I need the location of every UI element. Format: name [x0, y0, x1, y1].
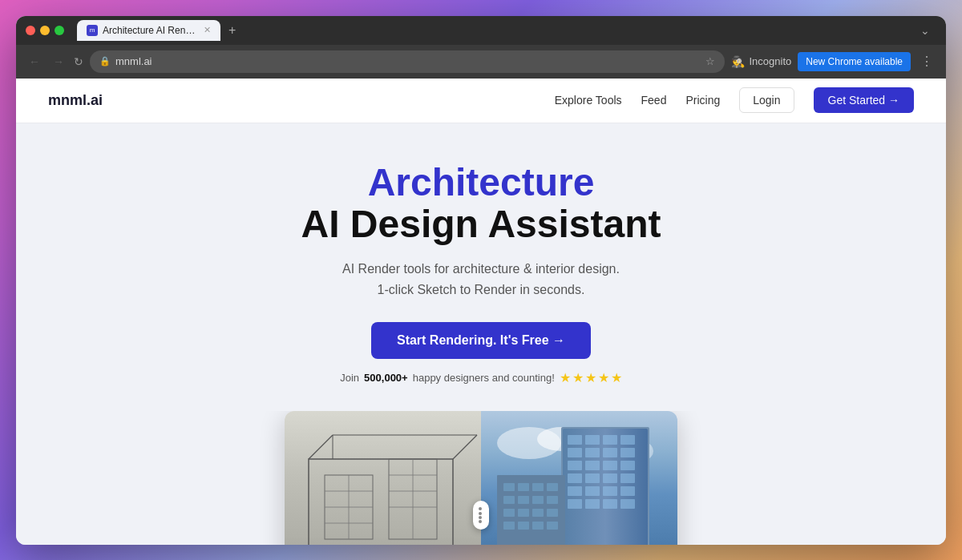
social-proof-prefix: Join	[340, 372, 359, 384]
svg-rect-59	[547, 509, 558, 517]
svg-rect-34	[620, 461, 635, 470]
star-1: ★	[560, 370, 571, 385]
divider-inner	[479, 507, 483, 523]
svg-rect-24	[585, 435, 600, 445]
svg-rect-28	[585, 448, 600, 457]
svg-rect-30	[620, 448, 635, 457]
nav-explore-tools[interactable]: Explore Tools	[555, 94, 622, 107]
nav-links: Explore Tools Feed Pricing Login Get Sta…	[555, 87, 914, 113]
window-controls-right: ⌄	[914, 21, 936, 40]
svg-rect-36	[585, 473, 600, 483]
svg-rect-63	[547, 522, 558, 530]
svg-rect-35	[568, 473, 582, 483]
social-proof-count: 500,000+	[364, 372, 408, 384]
preview-container	[16, 411, 946, 544]
active-tab[interactable]: m Architecture AI Render tools ✕	[77, 20, 220, 41]
social-proof: Join 500,000+ happy designers and counti…	[340, 370, 622, 385]
svg-rect-56	[503, 509, 515, 517]
hero-cta-button[interactable]: Start Rendering. It's Free →	[371, 322, 591, 359]
hero-subtitle-line1: AI Render tools for architecture & inter…	[342, 262, 620, 276]
get-started-button[interactable]: Get Started →	[814, 87, 914, 113]
star-4: ★	[598, 370, 609, 385]
svg-rect-41	[603, 486, 617, 496]
tab-close-icon[interactable]: ✕	[204, 25, 211, 35]
svg-rect-53	[518, 496, 529, 504]
svg-rect-50	[532, 483, 544, 491]
svg-rect-31	[568, 461, 582, 470]
svg-rect-26	[620, 435, 635, 445]
svg-rect-42	[620, 486, 635, 496]
hero-title-blue: Architecture	[368, 162, 595, 204]
render-side	[481, 411, 677, 544]
login-button[interactable]: Login	[739, 87, 794, 113]
svg-rect-44	[585, 499, 600, 509]
svg-rect-52	[503, 496, 515, 504]
site-logo[interactable]: mnml.ai	[48, 92, 103, 109]
new-chrome-button[interactable]: New Chrome available	[798, 52, 911, 71]
svg-rect-48	[503, 483, 515, 491]
svg-rect-33	[603, 461, 617, 470]
new-tab-button[interactable]: +	[224, 23, 240, 38]
svg-rect-45	[603, 499, 617, 509]
tab-title: Architecture AI Render tools	[103, 25, 199, 36]
svg-rect-43	[568, 499, 582, 509]
svg-rect-0	[309, 459, 453, 544]
titlebar: m Architecture AI Render tools ✕ + ⌄	[16, 16, 946, 45]
tab-area: m Architecture AI Render tools ✕ +	[77, 20, 907, 41]
svg-rect-51	[547, 483, 558, 491]
hero-title-black: AI Design Assistant	[301, 203, 661, 246]
svg-rect-32	[585, 461, 600, 470]
svg-rect-27	[568, 448, 582, 457]
preview-image	[285, 411, 677, 544]
address-bar[interactable]: 🔒 mnml.ai ☆	[90, 50, 725, 73]
svg-rect-49	[518, 483, 529, 491]
svg-rect-46	[620, 499, 635, 509]
window-expand-icon[interactable]: ⌄	[914, 21, 936, 40]
browser-menu-icon[interactable]: ⋮	[917, 50, 936, 72]
divider-dot-1	[479, 507, 482, 510]
svg-line-3	[309, 435, 333, 459]
svg-rect-25	[603, 435, 617, 445]
nav-feed[interactable]: Feed	[641, 94, 667, 107]
svg-rect-37	[603, 473, 617, 483]
sketch-side	[285, 411, 481, 544]
star-rating: ★ ★ ★ ★ ★	[560, 370, 622, 385]
site-nav: mnml.ai Explore Tools Feed Pricing Login…	[16, 79, 946, 123]
svg-rect-38	[620, 473, 635, 483]
star-5: ★	[611, 370, 622, 385]
maximize-button[interactable]	[55, 26, 64, 35]
bookmark-star-icon[interactable]: ☆	[705, 55, 715, 67]
security-lock-icon: 🔒	[99, 56, 111, 66]
reload-button[interactable]: ↻	[74, 55, 83, 68]
svg-rect-29	[603, 448, 617, 457]
image-divider-handle[interactable]	[473, 501, 489, 530]
nav-pricing[interactable]: Pricing	[685, 94, 720, 107]
incognito-area: 🕵 Incognito	[731, 55, 792, 68]
svg-rect-58	[532, 509, 544, 517]
browser-window: m Architecture AI Render tools ✕ + ⌄ ← →…	[16, 16, 946, 545]
forward-button[interactable]: →	[50, 52, 67, 71]
incognito-label: Incognito	[750, 55, 792, 67]
svg-rect-40	[585, 486, 600, 496]
svg-rect-61	[518, 522, 529, 530]
svg-rect-57	[518, 509, 529, 517]
star-2: ★	[572, 370, 584, 385]
incognito-icon: 🕵	[731, 55, 745, 68]
svg-rect-60	[503, 522, 515, 530]
address-text: mnml.ai	[115, 55, 701, 67]
svg-line-4	[453, 435, 477, 459]
svg-rect-55	[547, 496, 558, 504]
hero-subtitle: AI Render tools for architecture & inter…	[342, 259, 620, 300]
hero-section: Architecture AI Design Assistant AI Rend…	[16, 123, 946, 412]
svg-rect-54	[532, 496, 544, 504]
minimize-button[interactable]	[40, 26, 50, 35]
addressbar: ← → ↻ 🔒 mnml.ai ☆ 🕵 Incognito New Chrome…	[16, 45, 946, 79]
star-3: ★	[585, 370, 596, 385]
divider-dot-3	[479, 516, 482, 519]
back-button[interactable]: ←	[26, 52, 43, 71]
divider-dot-4	[479, 520, 482, 523]
tab-favicon: m	[87, 25, 98, 36]
svg-rect-62	[532, 522, 544, 530]
close-button[interactable]	[26, 26, 35, 35]
svg-rect-23	[568, 435, 582, 445]
